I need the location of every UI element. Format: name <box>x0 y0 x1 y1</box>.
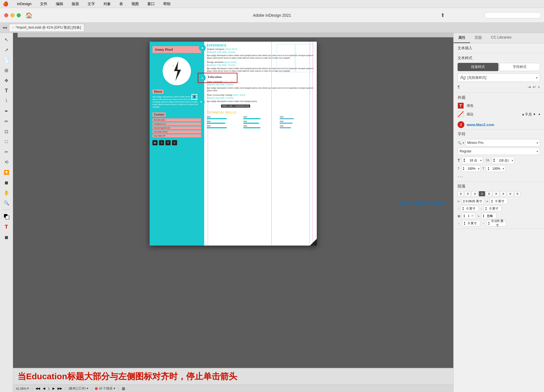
lines-down[interactable]: ▼ <box>463 216 465 218</box>
mode-selector[interactable]: [基本] (工作) ▾ <box>69 386 88 391</box>
align-left-icon[interactable]: ≡ <box>458 191 464 196</box>
leading-arrow[interactable]: ▾ <box>512 159 513 162</box>
gap-tool[interactable]: ⊞ <box>2 66 11 75</box>
scale-v-up[interactable]: ▲ <box>487 167 489 169</box>
next-page-button[interactable]: ▶ <box>52 387 55 390</box>
para-indent-icon[interactable]: ⇥ <box>528 85 531 89</box>
hand-tool[interactable]: ✋ <box>2 188 11 197</box>
font-name-dropdown[interactable]: Minion Pro ▾ <box>465 139 540 146</box>
menu-file[interactable]: 文件 <box>39 1 49 7</box>
text-color-tool[interactable]: T <box>2 222 11 231</box>
hyph-after-down[interactable]: ▼ <box>488 223 490 225</box>
pen-tool[interactable]: ✒ <box>2 106 11 116</box>
direct-selection-tool[interactable]: ↗ <box>2 45 11 54</box>
hyph-before-down[interactable]: ▼ <box>464 223 466 225</box>
align-justify-left-icon[interactable]: ≡ <box>486 191 492 196</box>
properties-tab[interactable]: 属性 <box>454 33 470 43</box>
scale-v-down[interactable]: ▼ <box>487 169 489 171</box>
rectangle-tool[interactable]: □ <box>2 137 11 146</box>
para-pilcrow-icon[interactable]: ¶ <box>458 85 460 89</box>
align-justify-center-icon[interactable]: ≡ <box>493 191 499 196</box>
scale-v-control[interactable]: ▲ ▼ 100% ▾ <box>486 165 505 172</box>
hyphen-after-control[interactable]: ▲ ▼ 0.125 英寸 <box>486 220 506 226</box>
align-justify-right-icon[interactable]: ≡ <box>500 191 506 196</box>
font-style-dropdown[interactable]: Regular ▾ <box>458 148 540 155</box>
space-after-control[interactable]: ▲ ▼ 0 英寸 <box>484 205 502 212</box>
para-style-dropdown[interactable]: Ag [无段落样式] ▾ <box>458 73 540 82</box>
minimize-window-button[interactable] <box>10 13 14 17</box>
share-icon[interactable]: ⬆ <box>441 12 445 18</box>
font-size-down[interactable]: ▼ <box>463 160 466 163</box>
right-indent-control[interactable]: ▲ ▼ 0 英寸 <box>490 198 508 204</box>
zoom-control[interactable]: 41.06% ▾ <box>16 387 29 390</box>
para-add-icon[interactable]: + <box>538 85 540 89</box>
menu-edit[interactable]: 编辑 <box>54 1 65 7</box>
maximize-window-button[interactable] <box>17 13 21 17</box>
stroke-unit-chevron[interactable]: ▾ <box>539 113 540 116</box>
search-input[interactable] <box>484 12 541 18</box>
eyedropper-tool[interactable]: 🔽 <box>2 168 11 177</box>
align-justify-icon[interactable]: ≡ <box>479 191 485 196</box>
prev-page-button[interactable]: ◀ <box>43 387 45 390</box>
close-tab-icon[interactable]: × <box>12 26 14 29</box>
selection-tool[interactable]: ↖ <box>2 35 11 44</box>
font-size-unit-arrow[interactable]: ▾ <box>480 159 482 162</box>
panel-collapse-button[interactable]: ◀◀ <box>2 26 7 29</box>
left-indent-control[interactable]: ▲ ▼ 0.0625 英寸 <box>462 198 484 204</box>
canvas-area[interactable]: Jenny Pixel <box>13 33 453 392</box>
font-size-control[interactable]: ▲ ▼ 18 点 ▾ <box>462 157 483 164</box>
leading-down[interactable]: ▼ <box>493 160 495 163</box>
space-before-down[interactable]: ▼ <box>462 208 464 210</box>
hyphen-before-control[interactable]: ▲ ▼ 0 英寸 <box>462 220 480 226</box>
menu-indesign[interactable]: InDesign <box>16 1 33 7</box>
rectangle-frame-tool[interactable]: ⊡ <box>2 127 11 136</box>
right-indent-down[interactable]: ▼ <box>491 201 493 203</box>
scale-h-up[interactable]: ▲ <box>463 167 465 169</box>
stroke-value-control[interactable]: ▲ 0 点 ▼ <box>522 112 536 117</box>
align-right-icon[interactable]: ≡ <box>472 191 478 196</box>
errors-indicator[interactable]: 16 个错误 ▾ <box>95 386 115 391</box>
scale-h-control[interactable]: ▲ ▼ 100% ▾ <box>461 165 481 172</box>
home-icon[interactable]: 🏠 <box>26 12 33 19</box>
menu-table[interactable]: 表 <box>118 1 124 7</box>
lines-control[interactable]: ▲ ▼ 1 行 <box>462 213 475 219</box>
stroke-up-arrow[interactable]: ▲ <box>522 113 524 116</box>
stroke-down-arrow[interactable]: ▼ <box>533 113 536 116</box>
close-window-button[interactable] <box>4 13 8 17</box>
char-style-tab[interactable]: 字符样式 <box>500 63 540 71</box>
menu-type[interactable]: 文字 <box>86 1 96 7</box>
font-size-arrows[interactable]: ▲ ▼ <box>463 158 466 163</box>
right-indent-up[interactable]: ▲ <box>491 199 493 201</box>
drop-cap-down[interactable]: ▼ <box>483 216 484 218</box>
menu-object[interactable]: 对象 <box>102 1 112 7</box>
menu-view[interactable]: 视图 <box>130 1 140 7</box>
hyph-after-up[interactable]: ▲ <box>488 221 490 223</box>
space-after-up[interactable]: ▲ <box>485 206 487 208</box>
stroke-color-icon[interactable] <box>458 111 464 117</box>
left-indent-up[interactable]: ▲ <box>463 199 465 201</box>
align-away-spine-icon[interactable]: ≡ <box>514 191 520 196</box>
para-style-tab[interactable]: 段落样式 <box>458 63 498 71</box>
space-before-control[interactable]: ▲ ▼ 0 英寸 <box>461 205 479 212</box>
drop-cap-up[interactable]: ▲ <box>483 214 484 216</box>
line-tool[interactable]: \ <box>2 96 11 105</box>
layout-view-button[interactable]: ⊞ <box>122 386 125 391</box>
space-after-down[interactable]: ▼ <box>485 208 487 210</box>
scale-h-down[interactable]: ▼ <box>463 169 465 171</box>
drop-cap-control[interactable]: ▲ ▼ 忽略 <box>481 213 496 219</box>
menu-help[interactable]: 帮助 <box>162 1 172 7</box>
gradient-tool[interactable]: ◼ <box>2 178 11 187</box>
menu-layout[interactable]: 版面 <box>70 1 80 7</box>
more-char-options[interactable]: ··· <box>458 173 540 180</box>
next-spread-button[interactable]: ▶▶ <box>58 387 62 390</box>
lines-up[interactable]: ▲ <box>463 214 465 216</box>
align-center-icon[interactable]: ≡ <box>465 191 471 196</box>
cc-libraries-tab[interactable]: CC Libraries <box>486 33 516 43</box>
transform-tool[interactable]: ⟲ <box>2 157 11 167</box>
leading-control[interactable]: ▲ ▼ (18 点) ▾ <box>492 157 515 164</box>
content-tool[interactable]: ✥ <box>2 76 11 85</box>
page-tool[interactable]: 📄 <box>2 56 11 65</box>
type-tool[interactable]: T <box>2 86 11 95</box>
menu-window[interactable]: 窗口 <box>146 1 156 7</box>
hyph-before-up[interactable]: ▲ <box>464 221 466 223</box>
